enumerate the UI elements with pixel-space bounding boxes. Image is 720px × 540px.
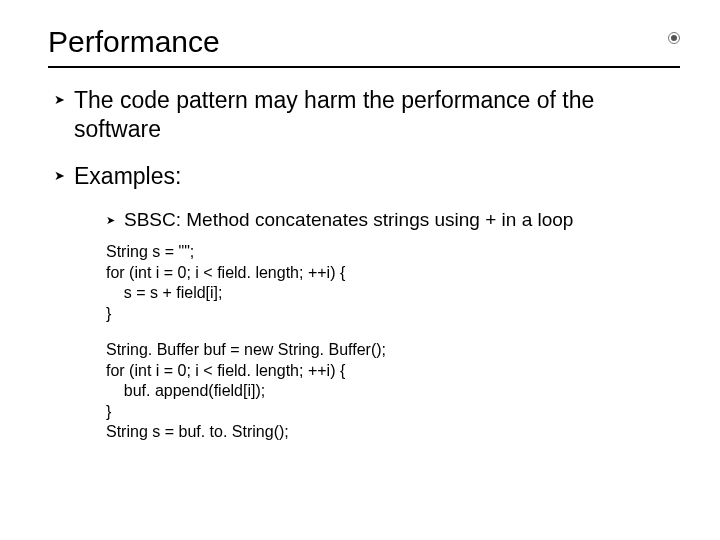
arrow-bullet-icon: ➤ [54, 162, 74, 190]
bullet-item-1: ➤ The code pattern may harm the performa… [54, 86, 680, 144]
bullet-text: Examples: [74, 162, 181, 191]
title-underline [48, 66, 680, 68]
arrow-bullet-icon: ➤ [54, 86, 74, 114]
sub-bullet-text: SBSC: Method concatenates strings using … [124, 208, 573, 232]
bullet-text: The code pattern may harm the performanc… [74, 86, 654, 144]
sub-bullet-item-1: ➤ SBSC: Method concatenates strings usin… [106, 208, 680, 232]
slide: Performance ➤ The code pattern may harm … [0, 0, 720, 540]
code-block-1: String s = ""; for (int i = 0; i < field… [106, 242, 680, 324]
bullet-item-2: ➤ Examples: [54, 162, 680, 191]
decorative-dot-icon [668, 32, 680, 44]
slide-title: Performance [48, 24, 680, 60]
code-block-2: String. Buffer buf = new String. Buffer(… [106, 340, 680, 442]
arrow-bullet-icon: ➤ [106, 208, 124, 232]
